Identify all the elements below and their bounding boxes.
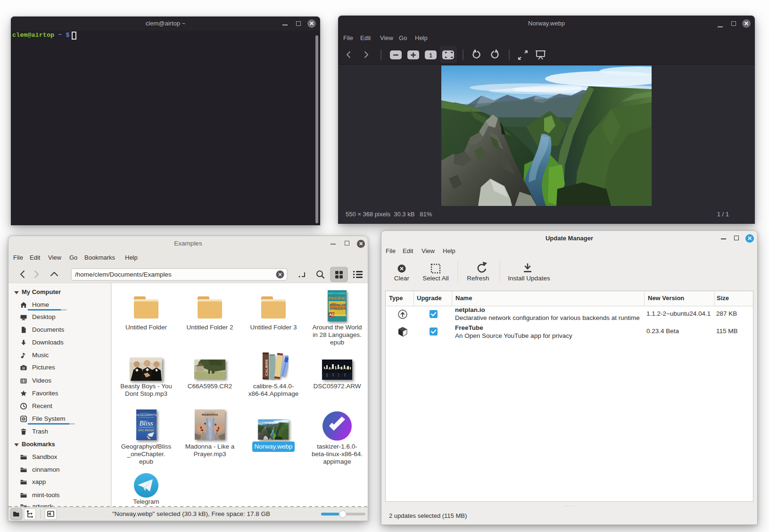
svg-text:Install Updates: Install Updates — [508, 275, 550, 282]
svg-text:"Norway.webp" selected (30.3 k: "Norway.webp" selected (30.3 kB), Free s… — [112, 510, 270, 517]
svg-text:1: 1 — [429, 52, 432, 59]
svg-text:/home/clem/Documents/Examples: /home/clem/Documents/Examples — [75, 271, 172, 278]
svg-text:LANGUAGES: LANGUAGES — [331, 314, 347, 317]
svg-text:Select All: Select All — [422, 275, 449, 282]
svg-text:Bliss: Bliss — [139, 419, 153, 427]
svg-text:MADONNA: MADONNA — [202, 413, 218, 416]
svg-text:ERIC WEINER: ERIC WEINER — [138, 429, 154, 432]
svg-text:INFOGRID: INFOGRID — [328, 291, 346, 295]
svg-text:Refresh: Refresh — [467, 275, 489, 282]
svg-text:PACIFIC: PACIFIC — [328, 295, 346, 301]
svg-text:Clear: Clear — [394, 275, 410, 282]
svg-text:WORLD IN 28: WORLD IN 28 — [330, 307, 346, 310]
svg-text:CALIBRE: CALIBRE — [265, 359, 269, 376]
svg-text:AROUND THE: AROUND THE — [330, 303, 347, 306]
svg-text:THE GEOGRAPHY OF: THE GEOGRAPHY OF — [136, 414, 157, 417]
